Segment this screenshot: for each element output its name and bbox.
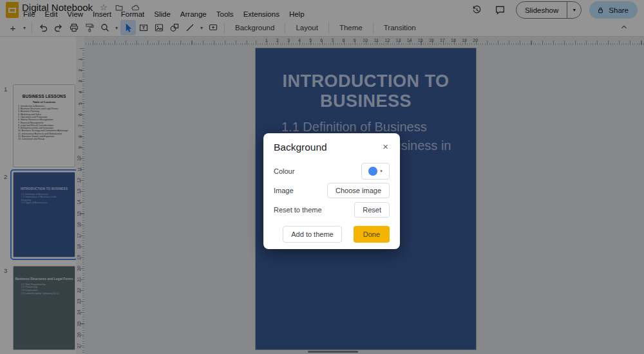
colour-label: Colour — [274, 167, 294, 175]
colour-caret-icon[interactable]: ▾ — [380, 169, 383, 174]
colour-swatch[interactable] — [368, 167, 377, 176]
reset-button[interactable]: Reset — [354, 202, 390, 218]
reset-to-theme-label: Reset to theme — [274, 206, 322, 214]
add-to-theme-button[interactable]: Add to theme — [283, 226, 341, 243]
choose-image-button[interactable]: Choose image — [327, 183, 390, 198]
image-label: Image — [274, 187, 294, 194]
colour-picker-control[interactable]: ▾ — [361, 163, 390, 180]
close-icon[interactable]: × — [381, 142, 390, 152]
background-dialog: Background × Colour ▾ Image Choose image… — [263, 133, 400, 249]
done-button[interactable]: Done — [354, 226, 390, 243]
dialog-title: Background — [274, 142, 327, 153]
